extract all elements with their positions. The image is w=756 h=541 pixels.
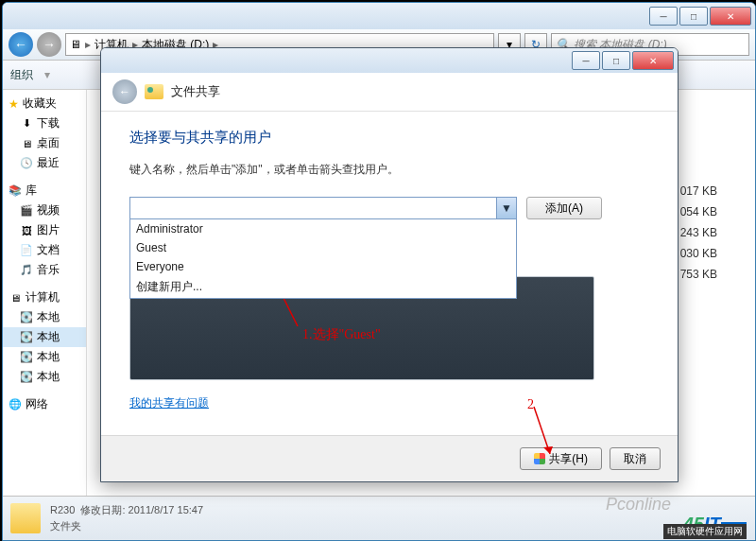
user-dropdown: Administrator Guest Everyone 创建新用户... xyxy=(129,219,517,299)
organize-menu[interactable]: 组织 xyxy=(10,67,33,83)
dialog-instruction: 键入名称，然后单击"添加"，或者单击箭头查找用户。 xyxy=(129,162,649,178)
library-icon: 📚 xyxy=(9,184,22,198)
combo-dropdown-button[interactable]: ▼ xyxy=(496,198,516,218)
dd-everyone[interactable]: Everyone xyxy=(130,257,516,276)
sb-libraries[interactable]: 库 xyxy=(26,183,37,199)
sb-computer[interactable]: 计算机 xyxy=(26,289,60,305)
share-button[interactable]: 共享(H) xyxy=(520,447,602,470)
dialog-titlebar: ─ □ ✕ xyxy=(101,48,678,73)
main-titlebar: ─ □ ✕ xyxy=(3,3,755,29)
sb-downloads[interactable]: ⬇下载 xyxy=(3,113,86,133)
forward-button[interactable]: → xyxy=(37,32,61,57)
troubleshoot-link[interactable]: 我的共享有问题 xyxy=(129,395,649,411)
user-combobox[interactable]: ▼ Administrator Guest Everyone 创建新用户... xyxy=(129,197,517,219)
sidebar: ★收藏夹 ⬇下载 🖥桌面 🕓最近 📚库 🎬视频 🖼图片 📄文档 🎵音乐 🖥计算机… xyxy=(3,90,87,514)
sb-local-d[interactable]: 💽本地 xyxy=(3,327,86,347)
file-size-column: 017 KB 054 KB 243 KB 030 KB 753 KB xyxy=(680,184,717,281)
share-folder-icon xyxy=(145,84,163,99)
star-icon: ★ xyxy=(9,97,19,111)
sb-music[interactable]: 🎵音乐 xyxy=(3,260,86,280)
dd-guest[interactable]: Guest xyxy=(130,238,516,257)
file-sharing-dialog: ─ □ ✕ ← 文件共享 选择要与其共享的用户 键入名称，然后单击"添加"，或者… xyxy=(100,47,679,482)
cancel-button[interactable]: 取消 xyxy=(610,447,661,470)
dd-administrator[interactable]: Administrator xyxy=(130,219,516,238)
watermark-pconline: Pconline xyxy=(606,495,671,515)
computer-icon: 🖥 xyxy=(9,291,22,305)
sb-recent[interactable]: 🕓最近 xyxy=(3,153,86,173)
sb-local-f[interactable]: 💽本地 xyxy=(3,367,86,387)
dialog-footer: 共享(H) 取消 xyxy=(101,435,678,481)
sb-documents[interactable]: 📄文档 xyxy=(3,240,86,260)
sb-desktop[interactable]: 🖥桌面 xyxy=(3,133,86,153)
user-input[interactable] xyxy=(129,197,517,219)
sb-pictures[interactable]: 🖼图片 xyxy=(3,220,86,240)
dlg-minimize[interactable]: ─ xyxy=(572,51,600,70)
sb-local-e[interactable]: 💽本地 xyxy=(3,347,86,367)
dialog-header: ← 文件共享 xyxy=(101,73,678,112)
sb-local-c[interactable]: 💽本地 xyxy=(3,307,86,327)
add-button[interactable]: 添加(A) xyxy=(526,197,602,219)
dd-new-user[interactable]: 创建新用户... xyxy=(130,276,516,298)
dialog-title: 文件共享 xyxy=(171,83,220,100)
minimize-button[interactable]: ─ xyxy=(649,7,678,26)
selected-type: 文件夹 xyxy=(50,519,203,533)
folder-icon xyxy=(10,503,41,533)
watermark-sub: 电脑软硬件应用网 xyxy=(663,524,747,539)
dialog-heading: 选择要与其共享的用户 xyxy=(129,129,649,147)
sb-favorites[interactable]: 收藏夹 xyxy=(23,96,57,112)
close-button[interactable]: ✕ xyxy=(710,7,751,26)
maximize-button[interactable]: □ xyxy=(679,7,708,26)
dlg-close[interactable]: ✕ xyxy=(632,51,674,70)
dlg-maximize[interactable]: □ xyxy=(602,51,630,70)
computer-icon: 🖥 xyxy=(70,38,81,51)
sb-videos[interactable]: 🎬视频 xyxy=(3,201,86,220)
shield-icon xyxy=(534,453,545,464)
back-button[interactable]: ← xyxy=(9,32,33,57)
selected-name: R230 xyxy=(50,504,75,515)
network-icon: 🌐 xyxy=(9,398,22,411)
sb-network[interactable]: 网络 xyxy=(26,396,48,412)
dlg-back-button[interactable]: ← xyxy=(112,79,137,104)
